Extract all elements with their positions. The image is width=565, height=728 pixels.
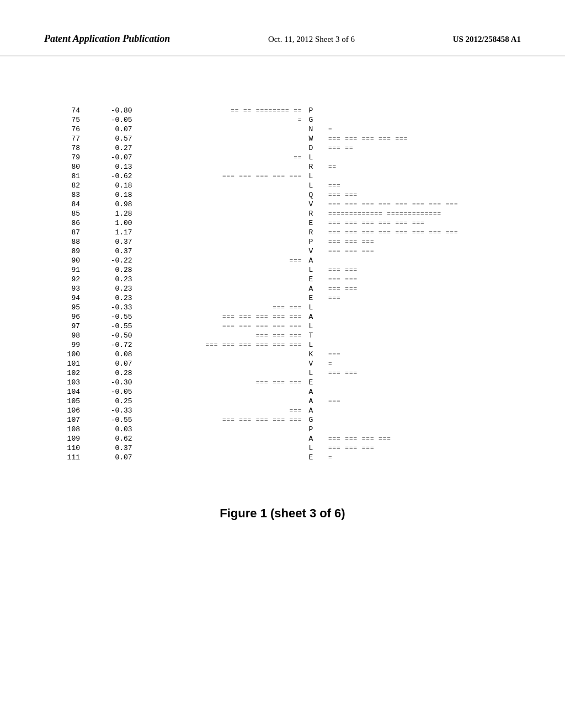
row-number: 99 [44,340,83,350]
row-pre-bars: === === === === === [136,312,306,322]
row-number: 87 [44,228,83,237]
data-table: 74-0.80== == ======== ==P75-0.05=G760.07… [44,106,521,462]
row-value: 0.37 [83,443,136,453]
row-pre-bars: === === === === === [136,415,306,425]
figure-caption: Figure 1 (sheet 3 of 6) [44,506,521,543]
table-row: 1080.03P [44,425,521,434]
row-pre-bars [136,387,306,397]
row-pre-bars [136,218,306,228]
table-row: 104-0.05A [44,387,521,397]
row-post-bars: === === [325,190,521,200]
row-post-bars: === === === [325,247,521,256]
row-pre-bars [136,350,306,359]
row-number: 111 [44,453,83,462]
row-post-bars [325,340,521,350]
row-number: 83 [44,190,83,200]
row-number: 78 [44,143,83,153]
row-letter: L [305,303,325,312]
row-post-bars [325,387,521,397]
row-number: 97 [44,322,83,331]
row-pre-bars [136,237,306,247]
row-letter: G [305,415,325,425]
row-post-bars [325,322,521,331]
row-letter: R [305,209,325,218]
row-pre-bars [136,125,306,134]
row-post-bars: === === === === === [325,134,521,143]
page: Patent Application Publication Oct. 11, … [0,0,565,728]
row-value: 0.07 [83,359,136,368]
row-post-bars: === [325,293,521,303]
row-pre-bars [136,181,306,190]
row-number: 107 [44,415,83,425]
table-row: 106-0.33===A [44,406,521,415]
row-value: -0.55 [83,415,136,425]
row-pre-bars [136,134,306,143]
row-value: 0.25 [83,397,136,406]
row-pre-bars [136,247,306,256]
row-number: 96 [44,312,83,322]
row-letter: A [305,397,325,406]
row-post-bars [325,256,521,265]
row-post-bars [325,331,521,340]
row-post-bars: === === [325,265,521,275]
row-value: 0.07 [83,125,136,134]
row-pre-bars [136,275,306,284]
row-post-bars: === === [325,368,521,378]
row-number: 103 [44,378,83,387]
row-post-bars [325,425,521,434]
table-row: 770.57W=== === === === === [44,134,521,143]
row-pre-bars [136,200,306,209]
row-pre-bars: === [136,256,306,265]
row-letter: A [305,284,325,293]
row-number: 79 [44,153,83,162]
row-pre-bars [136,359,306,368]
row-number: 75 [44,115,83,125]
row-pre-bars: === === === [136,331,306,340]
row-pre-bars [136,453,306,462]
table-row: 90-0.22===A [44,256,521,265]
row-value: 0.07 [83,453,136,462]
row-number: 95 [44,303,83,312]
row-letter: P [305,425,325,434]
row-pre-bars: === === === === === [136,172,306,181]
row-pre-bars [136,228,306,237]
table-row: 880.37P=== === === [44,237,521,247]
row-letter: P [305,106,325,115]
table-row: 1110.07E= [44,453,521,462]
row-number: 91 [44,265,83,275]
row-value: 1.00 [83,218,136,228]
row-number: 88 [44,237,83,247]
row-letter: V [305,200,325,209]
table-row: 97-0.55=== === === === ===L [44,322,521,331]
row-post-bars [325,303,521,312]
table-row: 930.23A=== === [44,284,521,293]
row-letter: L [305,368,325,378]
row-letter: L [305,340,325,350]
row-post-bars [325,378,521,387]
row-post-bars: = [325,453,521,462]
row-number: 93 [44,284,83,293]
table-row: 830.18Q=== === [44,190,521,200]
table-row: 940.23E=== [44,293,521,303]
row-pre-bars: == [136,153,306,162]
row-value: -0.33 [83,406,136,415]
row-value: -0.55 [83,322,136,331]
row-number: 84 [44,200,83,209]
row-post-bars [325,172,521,181]
row-value: -0.72 [83,340,136,350]
row-value: 0.27 [83,143,136,153]
row-value: -0.62 [83,172,136,181]
row-number: 110 [44,443,83,453]
row-value: -0.55 [83,312,136,322]
row-number: 105 [44,397,83,406]
row-pre-bars [136,434,306,443]
row-letter: N [305,125,325,134]
row-number: 81 [44,172,83,181]
row-letter: E [305,218,325,228]
row-number: 86 [44,218,83,228]
row-letter: Q [305,190,325,200]
row-post-bars: = [325,359,521,368]
row-value: -0.33 [83,303,136,312]
row-post-bars: === === === === === === === === [325,228,521,237]
row-pre-bars: === === === === === [136,322,306,331]
